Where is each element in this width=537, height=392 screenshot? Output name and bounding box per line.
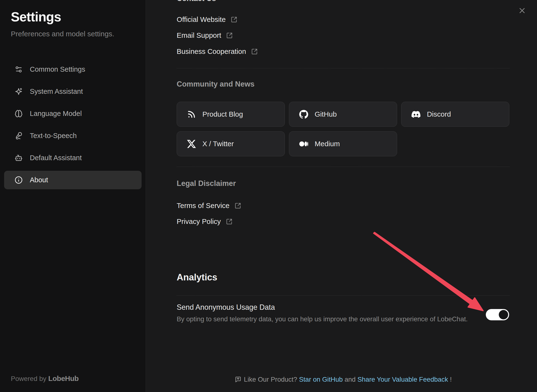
settings-window: Settings Preferences and model settings.… xyxy=(0,0,537,392)
sidebar-item-about[interactable]: About xyxy=(4,171,142,189)
legal-heading: Legal Disclaimer xyxy=(177,179,236,188)
external-link-icon xyxy=(231,16,237,23)
analytics-heading: Analytics xyxy=(177,272,217,283)
share-feedback-link[interactable]: Share Your Valuable Feedback xyxy=(357,376,448,383)
sidebar-nav: Common Settings System Assistant Languag… xyxy=(4,60,142,193)
sidebar-item-text-to-speech[interactable]: Text-to-Speech xyxy=(4,126,142,145)
sparkles-icon xyxy=(15,88,23,95)
rss-icon xyxy=(187,110,196,119)
sidebar-item-label: About xyxy=(30,176,48,184)
sliders-icon xyxy=(15,65,23,73)
sidebar-item-label: Common Settings xyxy=(30,65,85,73)
community-heading: Community and News xyxy=(177,80,255,89)
community-buttons: Product Blog GitHub Discord X / Twitter xyxy=(177,102,509,156)
star-on-github-link[interactable]: Star on GitHub xyxy=(299,376,343,383)
footer-note: Like Our Product? Star on GitHub and Sha… xyxy=(177,376,510,383)
page-subtitle: Preferences and model settings. xyxy=(11,30,114,38)
divider xyxy=(177,167,510,167)
business-cooperation-link[interactable]: Business Cooperation xyxy=(177,46,258,57)
sidebar-item-language-model[interactable]: Language Model xyxy=(4,104,142,123)
github-icon xyxy=(299,110,308,119)
privacy-policy-link[interactable]: Privacy Policy xyxy=(177,216,232,227)
external-link-icon xyxy=(235,202,241,209)
github-button[interactable]: GitHub xyxy=(289,102,397,127)
powered-by: Powered by LobeHub xyxy=(11,374,79,383)
sidebar-item-label: System Assistant xyxy=(30,88,83,95)
official-website-link[interactable]: Official Website xyxy=(177,14,237,25)
close-icon xyxy=(518,6,526,15)
about-panel: Contact Us Official Website Email Suppor… xyxy=(146,0,537,392)
external-link-icon xyxy=(251,48,258,55)
sidebar-item-common-settings[interactable]: Common Settings xyxy=(4,60,142,79)
x-twitter-icon xyxy=(187,139,196,148)
discord-icon xyxy=(412,110,420,119)
external-link-icon xyxy=(226,32,233,39)
discord-button[interactable]: Discord xyxy=(401,102,509,127)
email-support-link[interactable]: Email Support xyxy=(177,30,233,41)
medium-icon xyxy=(299,139,308,148)
sidebar-item-default-assistant[interactable]: Default Assistant xyxy=(4,149,142,167)
x-twitter-button[interactable]: X / Twitter xyxy=(177,131,285,156)
usage-data-label: Send Anonymous Usage Data xyxy=(177,303,275,311)
info-icon xyxy=(15,176,23,184)
contact-us-heading: Contact Us xyxy=(177,0,216,2)
divider xyxy=(177,68,510,68)
sidebar-item-label: Language Model xyxy=(30,110,82,118)
close-button[interactable] xyxy=(517,6,527,15)
mic-icon xyxy=(15,132,23,140)
settings-sidebar: Settings Preferences and model settings.… xyxy=(0,0,146,392)
bot-icon xyxy=(15,154,23,162)
medium-button[interactable]: Medium xyxy=(289,131,397,156)
lobehub-logo[interactable]: LobeHub xyxy=(48,374,79,382)
external-link-icon xyxy=(226,218,232,225)
brain-icon xyxy=(15,110,23,118)
product-blog-button[interactable]: Product Blog xyxy=(177,102,285,127)
usage-data-description: By opting to send telemetry data, you ca… xyxy=(177,315,468,323)
sidebar-item-system-assistant[interactable]: System Assistant xyxy=(4,82,142,101)
sidebar-item-label: Text-to-Speech xyxy=(30,132,77,140)
toggle-knob xyxy=(499,310,508,319)
sidebar-item-label: Default Assistant xyxy=(30,154,82,162)
send-usage-data-toggle[interactable] xyxy=(486,309,509,320)
divider xyxy=(177,295,510,296)
message-bubble-icon xyxy=(235,376,242,383)
terms-of-service-link[interactable]: Terms of Service xyxy=(177,200,241,211)
page-title: Settings xyxy=(11,9,61,25)
